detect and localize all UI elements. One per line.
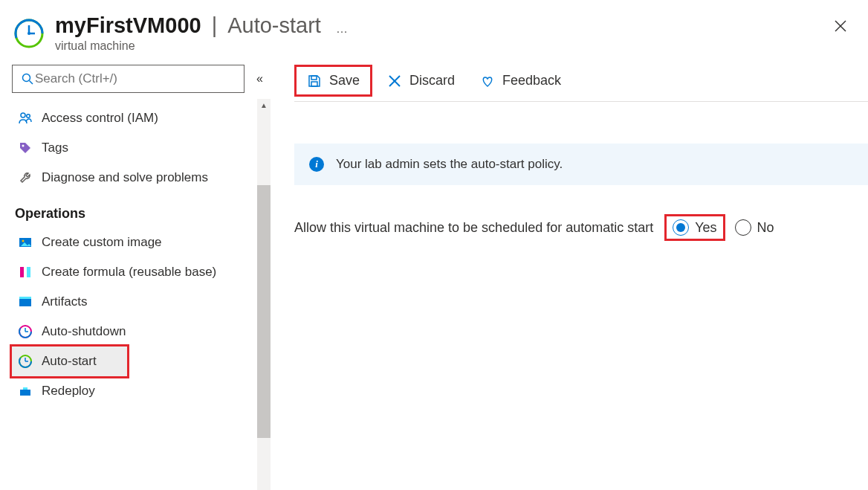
sidebar-item-label: Access control (IAM) bbox=[42, 111, 158, 126]
sidebar-item-label: Artifacts bbox=[42, 294, 87, 309]
main-content: Save Discard Feedback i Your lab admin s… bbox=[268, 60, 868, 406]
sidebar-item-diagnose[interactable]: Diagnose and solve problems bbox=[12, 163, 268, 193]
sidebar-item-label: Auto-start bbox=[42, 354, 97, 369]
sidebar-item-artifacts[interactable]: Artifacts bbox=[12, 287, 268, 317]
toolbar: Save Discard Feedback bbox=[294, 60, 868, 102]
discard-button[interactable]: Discard bbox=[377, 67, 465, 94]
svg-rect-26 bbox=[20, 390, 30, 396]
radio-no[interactable]: No bbox=[731, 216, 779, 239]
sidebar-item-label: Auto-shutdown bbox=[42, 324, 126, 339]
sidebar-item-create-custom-image[interactable]: Create custom image bbox=[12, 228, 268, 257]
svg-rect-17 bbox=[19, 297, 31, 299]
resource-name: myFirstVM000 bbox=[55, 13, 201, 38]
sidebar-item-tags[interactable]: Tags bbox=[12, 133, 268, 163]
svg-rect-15 bbox=[27, 267, 30, 277]
clock-header-icon bbox=[13, 18, 45, 49]
radio-group: Yes No bbox=[667, 216, 778, 239]
sidebar-item-label: Create formula (reusable base) bbox=[42, 265, 216, 280]
svg-point-7 bbox=[23, 74, 30, 82]
svg-rect-14 bbox=[20, 267, 24, 277]
radio-yes-label: Yes bbox=[695, 220, 716, 236]
sidebar-item-label: Diagnose and solve problems bbox=[42, 170, 208, 185]
feedback-button[interactable]: Feedback bbox=[470, 67, 571, 94]
artifacts-icon bbox=[18, 294, 33, 309]
discard-button-label: Discard bbox=[409, 73, 455, 88]
scroll-up-arrow[interactable]: ▲ bbox=[257, 99, 271, 111]
search-box[interactable] bbox=[12, 65, 244, 93]
radio-yes[interactable]: Yes bbox=[667, 216, 722, 239]
resource-type-subtitle: virtual machine bbox=[55, 39, 850, 53]
info-icon: i bbox=[309, 157, 324, 172]
svg-point-9 bbox=[21, 113, 25, 117]
search-icon bbox=[20, 71, 35, 86]
svg-rect-27 bbox=[23, 387, 27, 390]
title-divider: | bbox=[212, 13, 218, 38]
more-actions[interactable]: … bbox=[331, 22, 349, 36]
radio-no-label: No bbox=[757, 220, 774, 236]
wrench-icon bbox=[18, 170, 33, 185]
svg-rect-29 bbox=[311, 82, 317, 86]
search-input[interactable] bbox=[35, 71, 236, 86]
discard-icon bbox=[387, 74, 402, 88]
tag-icon bbox=[18, 141, 33, 155]
formula-icon bbox=[18, 265, 33, 280]
page-header: myFirstVM000 | Auto-start … virtual mach… bbox=[0, 0, 868, 60]
save-icon bbox=[307, 74, 322, 88]
page-title: Auto-start bbox=[227, 13, 321, 38]
collapse-sidebar-button[interactable]: « bbox=[252, 72, 268, 86]
feedback-button-label: Feedback bbox=[502, 73, 561, 88]
svg-point-13 bbox=[22, 240, 25, 242]
redeploy-icon bbox=[18, 384, 33, 399]
svg-rect-16 bbox=[19, 299, 31, 306]
auto-start-option-row: Allow this virtual machine to be schedul… bbox=[294, 216, 868, 239]
svg-point-11 bbox=[22, 145, 25, 147]
sidebar-item-label: Create custom image bbox=[42, 235, 162, 250]
auto-start-label: Allow this virtual machine to be schedul… bbox=[294, 220, 653, 236]
radio-circle-yes bbox=[673, 219, 689, 236]
sidebar-item-label: Tags bbox=[42, 141, 68, 155]
scroll-thumb[interactable] bbox=[257, 185, 271, 438]
sidebar-section-operations: Operations bbox=[12, 193, 268, 228]
clock-green-icon bbox=[18, 354, 33, 369]
people-icon bbox=[18, 111, 33, 126]
save-button[interactable]: Save bbox=[294, 65, 372, 97]
sidebar-item-create-formula[interactable]: Create formula (reusable base) bbox=[12, 257, 268, 287]
sidebar-item-auto-shutdown[interactable]: Auto-shutdown bbox=[12, 317, 268, 346]
sidebar: « Access control (IAM) Tags Diagnose and… bbox=[0, 60, 268, 406]
sidebar-scrollbar[interactable]: ▲ bbox=[257, 99, 271, 490]
sidebar-item-label: Redeploy bbox=[42, 384, 95, 399]
radio-circle-no bbox=[735, 219, 751, 236]
save-button-label: Save bbox=[329, 73, 360, 88]
svg-line-8 bbox=[30, 81, 33, 85]
info-banner-text: Your lab admin sets the auto-start polic… bbox=[336, 157, 563, 172]
heart-icon bbox=[480, 74, 495, 88]
close-button[interactable] bbox=[834, 18, 847, 37]
header-titles: myFirstVM000 | Auto-start … virtual mach… bbox=[55, 13, 850, 53]
sidebar-item-access-control[interactable]: Access control (IAM) bbox=[12, 103, 268, 133]
svg-point-10 bbox=[27, 115, 30, 118]
sidebar-item-redeploy[interactable]: Redeploy bbox=[12, 376, 268, 406]
info-banner: i Your lab admin sets the auto-start pol… bbox=[294, 144, 868, 185]
image-icon bbox=[18, 235, 33, 250]
clock-icon bbox=[18, 324, 33, 339]
sidebar-item-auto-start[interactable]: Auto-start bbox=[12, 346, 127, 376]
svg-rect-28 bbox=[311, 76, 317, 80]
